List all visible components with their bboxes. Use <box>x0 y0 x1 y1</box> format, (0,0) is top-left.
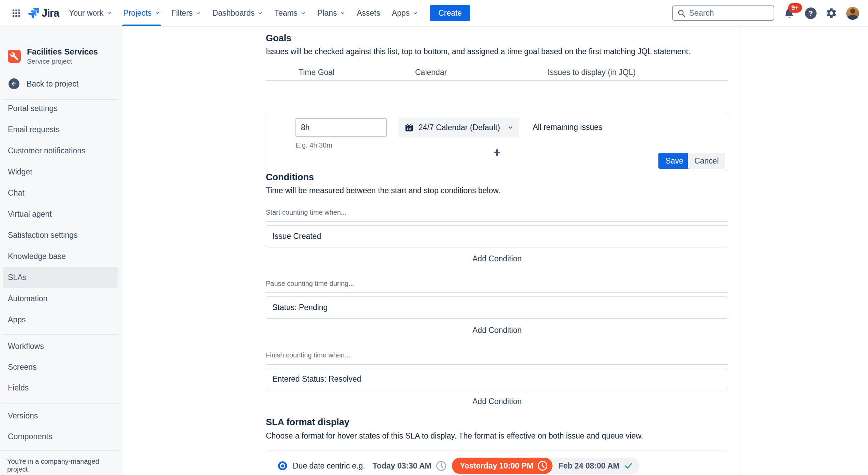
section-divider <box>266 292 728 293</box>
sidebar-item-apps[interactable]: Apps <box>3 309 118 330</box>
question-mark-icon: ? <box>809 9 813 17</box>
primary-nav: Your work Projects Filters Dashboards Te… <box>63 0 424 26</box>
sidebar-item-satisfaction-settings[interactable]: Satisfaction settings <box>3 225 118 246</box>
project-header: Facilities Services Service project <box>8 47 98 65</box>
sidebar: Facilities Services Service project Back… <box>0 27 123 475</box>
radio-selected[interactable] <box>278 461 287 470</box>
column-calendar: Calendar <box>415 68 447 77</box>
arrow-left-icon <box>9 78 19 89</box>
conditions-title: Conditions <box>266 171 314 183</box>
chevron-down-icon <box>413 11 418 16</box>
save-button[interactable]: Save <box>658 153 690 169</box>
nav-item-your-work[interactable]: Your work <box>63 0 117 26</box>
add-start-condition-button[interactable]: Add Condition <box>472 254 522 263</box>
sidebar-item-widget[interactable]: Widget <box>3 161 118 182</box>
calendar-icon <box>404 123 414 133</box>
top-nav: Jira Your work Projects Filters Dashboar… <box>0 0 868 27</box>
sidebar-footer-note: You're in a company-managed project <box>0 450 118 473</box>
sidebar-item-versions[interactable]: Versions <box>3 405 118 426</box>
sidebar-divider <box>3 403 118 404</box>
issues-to-display-value: All remaining issues <box>533 123 603 132</box>
jira-logo[interactable]: Jira <box>27 7 59 19</box>
time-goal-helper: E.g. 4h 30m <box>295 141 332 149</box>
nav-item-apps[interactable]: Apps <box>386 0 424 26</box>
sidebar-nav-config: Workflows Screens Fields <box>3 336 118 398</box>
main-content: Goals Issues will be checked against thi… <box>123 27 868 475</box>
nav-item-teams[interactable]: Teams <box>269 0 311 26</box>
chevron-down-icon <box>507 125 513 131</box>
sla-format-description: Choose a format for hover states of this… <box>266 431 643 441</box>
nav-item-assets[interactable]: Assets <box>351 0 386 26</box>
app-switcher-button[interactable] <box>9 6 24 21</box>
sidebar-divider <box>3 334 118 335</box>
add-finish-condition-button[interactable]: Add Condition <box>472 397 522 406</box>
back-to-project[interactable]: Back to project <box>9 78 78 89</box>
sidebar-item-screens[interactable]: Screens <box>3 357 118 378</box>
add-goal-button[interactable] <box>489 145 505 159</box>
nav-item-projects[interactable]: Projects <box>118 0 166 26</box>
check-icon <box>624 461 633 471</box>
sidebar-item-email-requests[interactable]: Email requests <box>3 119 118 140</box>
user-avatar[interactable] <box>846 7 859 20</box>
example-plain-time: Today 03:30 AM <box>372 461 431 471</box>
content-right-divider <box>741 27 741 475</box>
clock-icon <box>435 460 447 472</box>
chevron-down-icon <box>155 11 160 16</box>
search-box[interactable] <box>672 5 774 21</box>
sidebar-item-portal-settings[interactable]: Portal settings <box>3 98 118 119</box>
goals-title: Goals <box>266 32 291 44</box>
notifications-button[interactable]: 9+ <box>783 6 796 20</box>
settings-button[interactable] <box>825 7 837 19</box>
create-button[interactable]: Create <box>430 5 470 21</box>
project-avatar <box>8 50 21 63</box>
nav-item-dashboards[interactable]: Dashboards <box>207 0 269 26</box>
sidebar-item-workflows[interactable]: Workflows <box>3 336 118 357</box>
sidebar-nav-main: Portal settings Email requests Customer … <box>3 98 118 330</box>
calendar-select[interactable]: 24/7 Calendar (Default) <box>398 118 519 137</box>
search-input[interactable] <box>689 9 769 18</box>
example-done-pill: Feb 24 08:00 AM <box>547 458 639 474</box>
sidebar-item-components[interactable]: Components <box>3 426 118 447</box>
conditions-description: Time will be measured between the start … <box>266 185 500 196</box>
column-issues-jql: Issues to display (in JQL) <box>548 68 636 77</box>
nav-item-plans[interactable]: Plans <box>311 0 351 26</box>
sidebar-item-customer-notifications[interactable]: Customer notifications <box>3 140 118 161</box>
wrench-icon <box>10 52 19 61</box>
start-condition-value[interactable]: Issue Created <box>266 225 728 247</box>
option-label: Due date centric e.g. <box>293 461 365 471</box>
project-type: Service project <box>27 58 98 65</box>
search-icon <box>677 9 686 17</box>
nav-item-filters[interactable]: Filters <box>166 0 207 26</box>
chevron-down-icon <box>196 11 201 16</box>
sidebar-item-automation[interactable]: Automation <box>3 288 118 309</box>
section-divider <box>266 221 728 222</box>
sidebar-item-slas[interactable]: SLAs <box>3 267 118 288</box>
cancel-button[interactable]: Cancel <box>688 153 725 169</box>
sidebar-item-fields[interactable]: Fields <box>3 378 118 398</box>
gear-icon <box>825 7 837 19</box>
add-pause-condition-button[interactable]: Add Condition <box>472 326 522 335</box>
section-divider <box>266 364 728 365</box>
time-goal-input[interactable] <box>295 118 387 137</box>
chevron-down-icon <box>301 11 306 16</box>
chevron-down-icon <box>107 11 112 16</box>
example-overdue-pill: Yesterday 10:00 PM <box>452 458 552 474</box>
goal-edit-row: E.g. 4h 30m 24/7 Calendar (Default) All … <box>266 112 728 171</box>
sidebar-nav-releases: Versions Components <box>3 405 118 447</box>
sidebar-item-knowledge-base[interactable]: Knowledge base <box>3 246 118 267</box>
sidebar-item-chat[interactable]: Chat <box>3 182 118 203</box>
plus-icon <box>493 148 501 157</box>
pause-condition-value[interactable]: Status: Pending <box>266 296 728 319</box>
chevron-down-icon <box>340 11 345 16</box>
help-button[interactable]: ? <box>805 7 817 19</box>
sla-format-card: Due date centric e.g. Today 03:30 AM Yes… <box>266 450 728 475</box>
notification-badge: 9+ <box>788 3 802 13</box>
goals-header-divider <box>266 80 728 81</box>
project-name: Facilities Services <box>27 47 98 57</box>
finish-condition-value[interactable]: Entered Status: Resolved <box>266 368 728 390</box>
goals-table-header: Time Goal Calendar Issues to display (in… <box>266 68 728 77</box>
pause-condition-label: Pause counting time during... <box>266 280 354 288</box>
start-condition-label: Start counting time when... <box>266 209 347 216</box>
sidebar-item-virtual-agent[interactable]: Virtual agent <box>3 203 118 225</box>
grid-icon <box>11 8 21 18</box>
